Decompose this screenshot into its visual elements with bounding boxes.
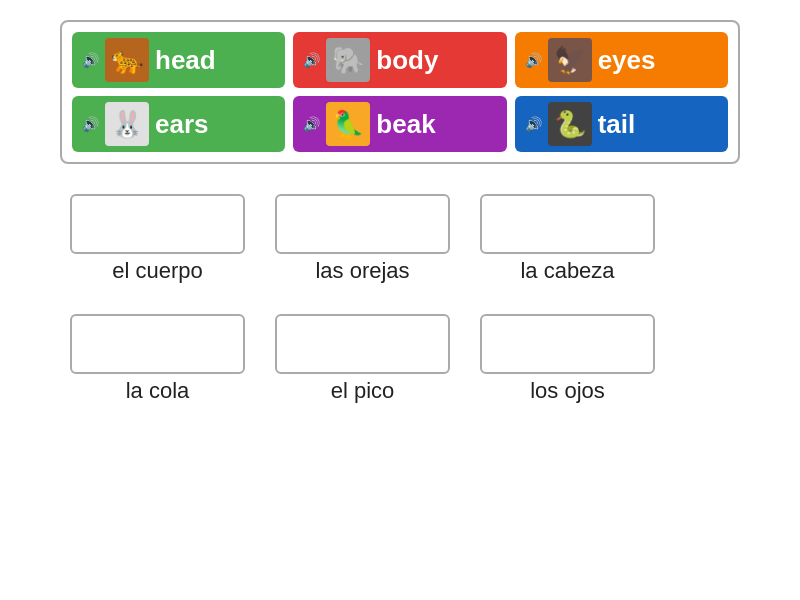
- drop-row-1: el cuerpolas orejasla cabeza: [60, 194, 740, 284]
- word-card-eyes[interactable]: 🔊eyes: [515, 32, 728, 88]
- word-bank: 🔊head🔊body🔊eyes🔊ears🔊beak🔊tail: [60, 20, 740, 164]
- word-label-tail: tail: [598, 109, 636, 140]
- sound-icon[interactable]: 🔊: [525, 116, 542, 132]
- drop-group-drop-cola: la cola: [70, 314, 245, 404]
- drop-label-drop-ojos: los ojos: [530, 378, 605, 404]
- drop-box-drop-orejas[interactable]: [275, 194, 450, 254]
- drop-label-drop-pico: el pico: [331, 378, 395, 404]
- sound-icon[interactable]: 🔊: [82, 52, 99, 68]
- drop-box-drop-pico[interactable]: [275, 314, 450, 374]
- drop-group-drop-pico: el pico: [275, 314, 450, 404]
- drop-boxes-row1: el cuerpolas orejasla cabeza: [60, 194, 740, 284]
- drop-row-2: la colael picolos ojos: [60, 314, 740, 404]
- word-label-ears: ears: [155, 109, 209, 140]
- drop-zones: el cuerpolas orejasla cabeza la colael p…: [60, 194, 740, 404]
- animal-image-tail: [548, 102, 592, 146]
- drop-label-drop-cola: la cola: [126, 378, 190, 404]
- word-card-body[interactable]: 🔊body: [293, 32, 506, 88]
- drop-box-drop-cuerpo[interactable]: [70, 194, 245, 254]
- word-label-beak: beak: [376, 109, 435, 140]
- animal-image-head: [105, 38, 149, 82]
- sound-icon[interactable]: 🔊: [525, 52, 542, 68]
- drop-label-drop-cabeza: la cabeza: [520, 258, 614, 284]
- drop-boxes-row2: la colael picolos ojos: [60, 314, 740, 404]
- drop-label-drop-orejas: las orejas: [315, 258, 409, 284]
- animal-image-eyes: [548, 38, 592, 82]
- word-card-ears[interactable]: 🔊ears: [72, 96, 285, 152]
- drop-group-drop-cabeza: la cabeza: [480, 194, 655, 284]
- sound-icon[interactable]: 🔊: [82, 116, 99, 132]
- drop-box-drop-ojos[interactable]: [480, 314, 655, 374]
- drop-group-drop-orejas: las orejas: [275, 194, 450, 284]
- word-card-beak[interactable]: 🔊beak: [293, 96, 506, 152]
- drop-box-drop-cola[interactable]: [70, 314, 245, 374]
- sound-icon[interactable]: 🔊: [303, 52, 320, 68]
- drop-box-drop-cabeza[interactable]: [480, 194, 655, 254]
- word-label-head: head: [155, 45, 216, 76]
- sound-icon[interactable]: 🔊: [303, 116, 320, 132]
- word-label-eyes: eyes: [598, 45, 656, 76]
- word-label-body: body: [376, 45, 438, 76]
- animal-image-body: [326, 38, 370, 82]
- word-card-tail[interactable]: 🔊tail: [515, 96, 728, 152]
- drop-label-drop-cuerpo: el cuerpo: [112, 258, 203, 284]
- animal-image-beak: [326, 102, 370, 146]
- word-card-head[interactable]: 🔊head: [72, 32, 285, 88]
- drop-group-drop-ojos: los ojos: [480, 314, 655, 404]
- drop-group-drop-cuerpo: el cuerpo: [70, 194, 245, 284]
- animal-image-ears: [105, 102, 149, 146]
